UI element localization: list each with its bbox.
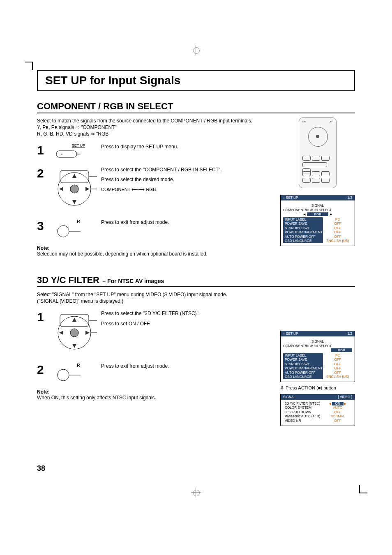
svg-point-15 (70, 329, 78, 337)
osd-select-label: COMPONENT/RGB-IN SELECT (283, 208, 352, 212)
right-arrow-icon: ▶ (330, 213, 332, 216)
crop-mark-icon (15, 62, 33, 80)
page-number: 38 (37, 464, 45, 473)
right-column: ON OFF ≡ SET UP 1/2 SIGNAL COMPONENT/RGB… (280, 117, 355, 246)
dpad-illustration (56, 310, 101, 355)
page-title: SET UP for Input Signals (45, 74, 347, 87)
osd-row-selected: 3D Y/C FILTER (NTSC) ◀ ON ▶ (283, 401, 352, 405)
svg-text:≡: ≡ (61, 153, 62, 156)
action-note: ⇩ Press ACTION (■) button (280, 385, 355, 391)
svg-marker-8 (85, 187, 90, 191)
osd-setup-panel-2: ≡ SET UP 1/2 SIGNAL COMPONENT/RGB-IN SEL… (280, 331, 355, 382)
osd-select-row: ◀ RGB ▶ (283, 212, 352, 216)
section1-heading: COMPONENT / RGB IN SELECT (37, 101, 355, 113)
page-title-box: SET UP for Input Signals (37, 70, 355, 91)
svg-marker-16 (72, 318, 76, 322)
dpad-illustration (56, 166, 101, 212)
svg-marker-7 (59, 187, 63, 191)
label-on: ON (302, 120, 306, 123)
osd-setup-panel: ≡ SET UP 1/2 SIGNAL COMPONENT/RGB-IN SEL… (280, 195, 355, 246)
osd-select-value: RGB (307, 212, 328, 216)
right-arrow-icon: ▶ (344, 402, 346, 405)
remote-diagram-icon: ON OFF (299, 117, 337, 188)
svg-marker-5 (72, 174, 76, 178)
svg-point-4 (70, 185, 78, 193)
svg-marker-6 (72, 200, 76, 204)
osd-table: INPUT LABELPC POWER SAVEOFF STANDBY SAVE… (283, 217, 352, 243)
manual-page: SET UP for Input Signals ON OFF ≡ SET UP… (0, 0, 392, 555)
left-arrow-icon: ◀ (329, 402, 331, 405)
r-button-illustration: R (56, 219, 101, 238)
register-mark-icon (191, 488, 201, 497)
osd-signal-panel: SIGNAL [ VIDEO ] 3D Y/C FILTER (NTSC) ◀ … (280, 394, 355, 426)
left-arrow-icon: ◀ (303, 213, 305, 216)
register-mark-icon (191, 45, 201, 55)
osd-signal-hdr: SIGNAL (283, 204, 352, 207)
right-column-2: ≡ SET UP 1/2 SIGNAL COMPONENT/RGB-IN SEL… (280, 331, 355, 426)
svg-point-23 (58, 369, 69, 381)
section2-intro: Select "SIGNAL" from the "SET UP" menu d… (37, 291, 355, 304)
osd-page: 1/2 (348, 196, 352, 200)
svg-rect-0 (56, 151, 77, 157)
svg-marker-18 (59, 331, 63, 335)
svg-marker-19 (85, 331, 90, 335)
setup-button-illustration: SET UP ≡ (56, 143, 101, 159)
osd-title: ≡ SET UP (283, 196, 298, 200)
crop-mark-icon (359, 475, 377, 493)
section1-note: Note: Selection may not be possible, dep… (37, 245, 355, 257)
down-arrow-icon: ⇩ (280, 385, 284, 391)
section2-heading: 3D Y/C FILTER – For NTSC AV images (37, 275, 355, 287)
svg-marker-17 (72, 344, 76, 348)
r-button-illustration: R (56, 363, 101, 382)
label-off: OFF (329, 120, 333, 123)
svg-point-12 (58, 226, 69, 237)
